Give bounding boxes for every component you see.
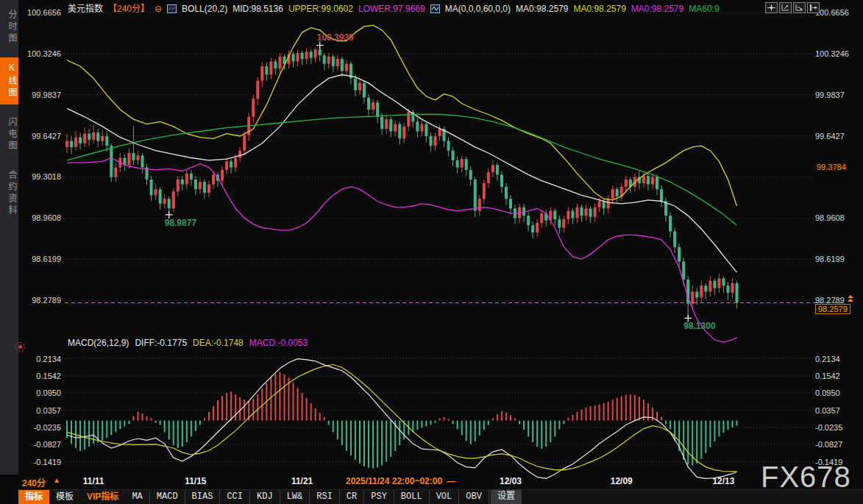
candle — [704, 285, 707, 291]
candle — [230, 161, 232, 167]
time-tick-label: 11/15 — [185, 476, 206, 486]
candle — [141, 155, 144, 167]
collapse-icon[interactable]: ⊖ — [155, 4, 162, 14]
current-price-label: 98.2579 — [815, 304, 850, 314]
axis-label: 0.0950 — [815, 388, 840, 397]
candle — [736, 283, 739, 303]
candle — [500, 174, 503, 186]
axis-label: -0.1419 — [34, 458, 61, 466]
axis-label: -0.0235 — [34, 423, 61, 432]
candle — [731, 283, 734, 293]
candle — [136, 155, 139, 160]
candle — [354, 78, 357, 90]
candle — [402, 127, 405, 138]
period-dropdown-icon[interactable]: ▲ — [53, 476, 60, 484]
axis-label: -0.0827 — [815, 440, 842, 449]
candle — [323, 55, 326, 63]
candle — [305, 52, 308, 59]
candle — [190, 174, 193, 180]
toolbar-item-lwr[interactable]: LW& — [280, 490, 310, 504]
candle — [278, 57, 281, 68]
candle — [363, 83, 366, 98]
alarm-icon[interactable] — [15, 342, 25, 352]
candle — [433, 136, 436, 146]
candle — [571, 211, 574, 219]
macd-dea-value: DEA:-0.1748 — [193, 338, 244, 348]
toolbar-item-settings[interactable]: 设置 — [491, 490, 522, 504]
zoom-x-axis-button[interactable] — [793, 2, 806, 13]
period-label: 【240分】 — [108, 4, 149, 14]
toolbar-item-obv[interactable]: OBV — [459, 490, 489, 504]
candle — [155, 189, 157, 195]
main-chart-legend: 美元指数【240分】⊖BOLL(20,2)MID:98.5136UPPER:99… — [68, 1, 725, 15]
sidebar-tab-timeshare[interactable]: 分时图 — [0, 4, 18, 50]
candle — [562, 219, 565, 227]
period-selector[interactable]: 240分 — [22, 476, 46, 489]
candle — [487, 172, 490, 183]
expand-right-button[interactable] — [807, 2, 820, 13]
candle — [527, 216, 530, 225]
toolbar-item-bias[interactable]: BIAS — [185, 490, 221, 504]
candle — [238, 151, 241, 158]
candle — [647, 176, 650, 184]
ma60-value: MA60:9 — [689, 4, 719, 14]
axis-label: 0.0357 — [815, 406, 840, 415]
candle — [589, 208, 592, 216]
candle — [132, 153, 135, 160]
toolbar-item-kdj[interactable]: KDJ — [250, 490, 280, 504]
axis-label: 100.3246 — [815, 49, 849, 58]
toolbar-item-boll[interactable]: BOLL — [394, 490, 430, 504]
candle — [722, 278, 725, 285]
toolbar-item-rsi[interactable]: RSI — [310, 490, 340, 504]
toolbar-item-template[interactable]: 模板 — [49, 490, 80, 504]
candle — [70, 141, 73, 147]
candle — [341, 59, 344, 71]
axis-label: 0.2134 — [36, 355, 61, 363]
candle — [394, 124, 397, 132]
macd-line-diff — [67, 359, 737, 479]
toolbar-item-vip-indicator[interactable]: VIP指标 — [80, 490, 125, 504]
candle — [447, 141, 450, 151]
candle — [265, 66, 268, 74]
boll-lower-value: LOWER:97.9669 — [358, 4, 425, 14]
candle — [580, 207, 583, 216]
candle — [221, 170, 224, 181]
candle — [509, 199, 512, 208]
sidebar-tab-flash[interactable]: 闪电图 — [0, 112, 18, 157]
toolbar-item-vol[interactable]: VOL — [430, 490, 460, 504]
sidebar-tab-contract-info[interactable]: 合约资料 — [0, 165, 18, 222]
crosshair-button[interactable] — [765, 2, 778, 13]
toolbar-item-ma[interactable]: MA — [125, 490, 149, 504]
candle — [79, 138, 82, 143]
sidebar-tab-kline[interactable]: K线图 — [0, 57, 18, 104]
axis-label: 98.6199 — [32, 255, 61, 263]
axis-label: 0.0950 — [36, 388, 61, 397]
toolbar-item-psy[interactable]: PSY — [364, 490, 394, 504]
overlay-line-boll_upper — [67, 25, 737, 206]
axis-label: 99.3784 — [815, 163, 848, 171]
candle — [651, 177, 654, 185]
candle — [269, 61, 272, 74]
candle — [345, 64, 348, 71]
sidebar: 分时图K线图闪电图合约资料 — [0, 0, 18, 475]
candle — [252, 99, 255, 117]
zoom-y-axis-button[interactable] — [779, 2, 792, 13]
toolbar-item-cci[interactable]: CCI — [220, 490, 250, 504]
boll-label: BOLL(20,2) — [182, 4, 227, 14]
candle — [700, 285, 703, 297]
candle — [483, 183, 486, 199]
candle — [669, 216, 672, 231]
toolbar-item-macd[interactable]: MACD — [150, 490, 185, 504]
candle — [389, 119, 392, 131]
candle — [678, 247, 681, 262]
ma0-value-white: MA0:98.2579 — [516, 4, 568, 14]
candle — [358, 83, 361, 90]
candle — [88, 134, 90, 140]
candle — [456, 160, 459, 168]
candle — [372, 102, 374, 110]
candle — [531, 225, 534, 233]
toolbar-item-indicator[interactable]: 指标 — [18, 490, 49, 504]
candle — [708, 281, 711, 292]
toolbar-item-cr[interactable]: CR — [340, 490, 364, 504]
candle — [505, 187, 508, 199]
